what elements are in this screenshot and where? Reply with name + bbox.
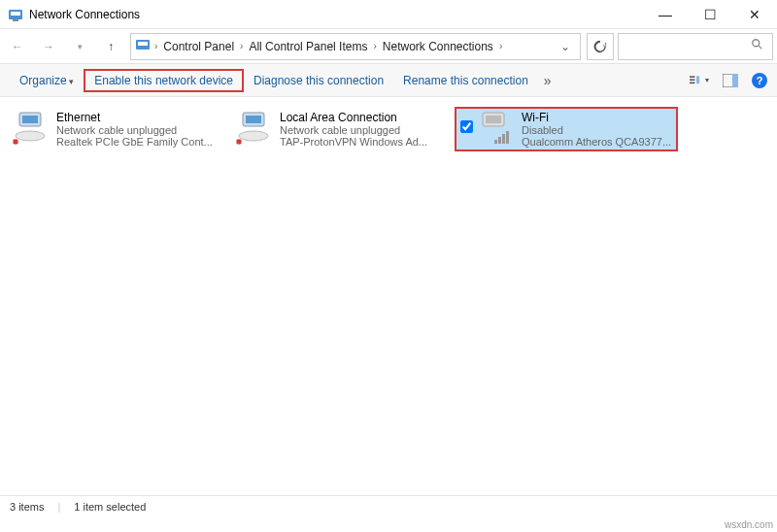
svg-rect-2 (13, 19, 18, 21)
svg-rect-22 (498, 137, 501, 144)
breadcrumb-item[interactable]: All Control Panel Items (245, 40, 371, 53)
app-icon (8, 7, 23, 22)
content-area: Ethernet Network cable unplugged Realtek… (0, 97, 777, 161)
up-button[interactable]: ↑ (97, 33, 124, 60)
svg-rect-21 (494, 140, 497, 144)
window-buttons: — ☐ ✕ (643, 0, 777, 29)
svg-rect-24 (506, 131, 509, 144)
title-bar: Network Connections — ☐ ✕ (0, 0, 777, 29)
svg-rect-10 (696, 76, 699, 83)
svg-rect-1 (11, 12, 20, 16)
view-options-button[interactable]: ▾ (690, 72, 709, 89)
svg-point-18 (239, 131, 268, 141)
connection-name: Wi-Fi (522, 111, 674, 124)
status-separator: | (57, 501, 60, 513)
item-count: 3 items (10, 501, 44, 513)
address-dropdown[interactable]: ⌄ (555, 40, 576, 53)
selection-count: 1 item selected (74, 501, 146, 513)
wifi-icon (477, 111, 516, 146)
connection-adapter: Qualcomm Atheros QCA9377... (522, 136, 674, 148)
connection-status: Network cable unplugged (280, 124, 451, 136)
chevron-right-icon[interactable]: › (238, 41, 245, 51)
breadcrumb-item[interactable]: Network Connections (379, 40, 497, 53)
svg-point-5 (753, 40, 760, 47)
svg-rect-12 (732, 74, 738, 87)
svg-rect-23 (502, 134, 505, 144)
preview-pane-button[interactable] (721, 72, 740, 89)
svg-rect-14 (22, 116, 38, 123)
chevron-right-icon[interactable]: › (152, 41, 159, 51)
watermark: wsxdn.com (725, 519, 773, 530)
connection-adapter: TAP-ProtonVPN Windows Ad... (280, 136, 451, 148)
maximize-button[interactable]: ☐ (688, 0, 732, 29)
search-box[interactable] (618, 33, 773, 60)
svg-rect-20 (486, 116, 501, 123)
rename-button[interactable]: Rename this connection (393, 70, 538, 91)
nav-bar: ← → ▾ ↑ › Control Panel › All Control Pa… (0, 29, 777, 64)
connection-status: Disabled (522, 124, 674, 136)
command-bar: Organize Enable this network device Diag… (0, 64, 777, 97)
organize-button[interactable]: Organize (10, 70, 84, 91)
ethernet-icon (12, 111, 51, 146)
close-button[interactable]: ✕ (732, 0, 777, 29)
connection-item-selected[interactable]: Wi-Fi Disabled Qualcomm Atheros QCA9377.… (455, 107, 678, 151)
help-button[interactable]: ? (752, 73, 767, 88)
svg-rect-8 (690, 79, 694, 81)
search-icon (751, 38, 764, 54)
back-button[interactable]: ← (4, 33, 31, 60)
folder-icon (135, 37, 151, 55)
window-title: Network Connections (29, 8, 643, 21)
connection-name: Ethernet (56, 111, 227, 124)
connection-item[interactable]: Ethernet Network cable unplugged Realtek… (8, 107, 231, 151)
chevron-right-icon[interactable]: › (497, 41, 504, 51)
connection-status: Network cable unplugged (56, 124, 227, 136)
refresh-button[interactable] (587, 33, 614, 60)
connection-name: Local Area Connection (280, 111, 451, 124)
connection-adapter: Realtek PCIe GbE Family Cont... (56, 136, 227, 148)
chevron-right-icon[interactable]: › (371, 41, 378, 51)
ethernet-icon (235, 111, 274, 146)
overflow-button[interactable]: » (544, 73, 552, 88)
status-bar: 3 items | 1 item selected (0, 495, 777, 516)
svg-rect-17 (246, 116, 261, 123)
enable-device-button[interactable]: Enable this network device (84, 69, 244, 92)
minimize-button[interactable]: — (643, 0, 688, 29)
connection-item[interactable]: Local Area Connection Network cable unpl… (231, 107, 455, 151)
svg-rect-9 (690, 82, 694, 83)
forward-button[interactable]: → (35, 33, 62, 60)
selection-checkbox[interactable] (460, 120, 473, 133)
svg-rect-4 (138, 42, 148, 46)
recent-button[interactable]: ▾ (66, 33, 93, 60)
svg-point-15 (16, 131, 45, 141)
address-bar[interactable]: › Control Panel › All Control Panel Item… (130, 33, 581, 60)
breadcrumb-item[interactable]: Control Panel (159, 40, 238, 53)
svg-line-6 (759, 46, 762, 50)
svg-rect-7 (690, 76, 694, 78)
diagnose-button[interactable]: Diagnose this connection (244, 70, 393, 91)
